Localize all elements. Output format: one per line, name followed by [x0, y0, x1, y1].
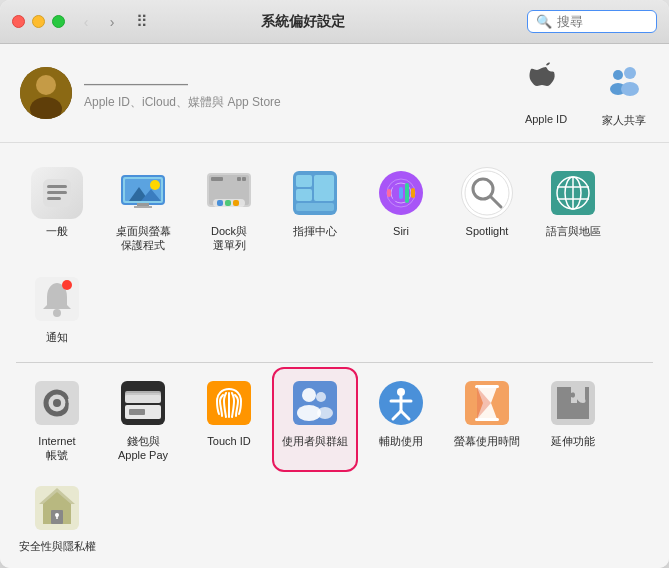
pref-item-screentime[interactable]: 螢幕使用時間 [446, 369, 528, 471]
svg-point-8 [621, 82, 639, 96]
svg-rect-39 [393, 185, 397, 201]
screentime-label: 螢幕使用時間 [454, 434, 520, 448]
svg-rect-25 [242, 177, 246, 181]
account-section: ———————— Apple ID、iCloud、媒體與 App Store A… [0, 44, 669, 143]
close-button[interactable] [12, 15, 25, 28]
family-sharing-icon [599, 58, 649, 108]
screentime-icon [461, 377, 513, 429]
svg-rect-63 [129, 409, 145, 415]
svg-point-53 [53, 309, 61, 317]
mission-label: 指揮中心 [293, 224, 337, 238]
search-box[interactable]: 🔍 [527, 10, 657, 33]
users-label: 使用者與群組 [282, 434, 348, 448]
svg-rect-29 [233, 200, 239, 206]
traffic-lights [12, 15, 65, 28]
internet-icon [31, 377, 83, 429]
svg-rect-19 [137, 203, 149, 206]
pref-grid-1: 一般 [16, 159, 653, 352]
family-sharing-label: 家人共享 [602, 113, 646, 128]
users-icon [289, 377, 341, 429]
pref-item-language[interactable]: 語言與地區 [532, 159, 614, 261]
svg-point-18 [150, 180, 160, 190]
svg-rect-28 [225, 200, 231, 206]
pref-item-desktop[interactable]: 桌面與螢幕保護程式 [102, 159, 184, 261]
desktop-label: 桌面與螢幕保護程式 [116, 224, 171, 253]
dock-icon [203, 167, 255, 219]
apple-id-label: Apple ID [525, 113, 567, 125]
pref-item-general[interactable]: 一般 [16, 159, 98, 261]
svg-rect-11 [47, 191, 67, 194]
general-icon [31, 167, 83, 219]
svg-point-5 [613, 70, 623, 80]
avatar-image [20, 67, 72, 119]
mission-icon [289, 167, 341, 219]
svg-rect-32 [296, 189, 312, 201]
pref-grid-2: Internet帳號 錢包與Appl [16, 369, 653, 562]
language-label: 語言與地區 [546, 224, 601, 238]
pref-item-accessibility[interactable]: 輔助使用 [360, 369, 442, 471]
pref-item-internet[interactable]: Internet帳號 [16, 369, 98, 471]
pref-item-siri[interactable]: Siri [360, 159, 442, 261]
family-sharing-button[interactable]: 家人共享 [599, 58, 649, 128]
accessibility-icon [375, 377, 427, 429]
avatar[interactable] [20, 67, 72, 119]
pref-item-wallet[interactable]: 錢包與Apple Pay [102, 369, 184, 471]
maximize-button[interactable] [52, 15, 65, 28]
language-icon [547, 167, 599, 219]
search-icon: 🔍 [536, 14, 552, 29]
touchid-icon [203, 377, 255, 429]
pref-item-extension[interactable]: 延伸功能 [532, 369, 614, 471]
svg-rect-10 [47, 185, 67, 188]
svg-point-69 [317, 407, 333, 419]
general-label: 一般 [46, 224, 68, 238]
wallet-icon [117, 377, 169, 429]
svg-rect-41 [405, 183, 409, 203]
svg-rect-61 [125, 395, 161, 403]
account-info: ———————— Apple ID、iCloud、媒體與 App Store [84, 76, 281, 111]
svg-point-68 [316, 392, 326, 402]
account-name: ———————— [84, 76, 281, 91]
pref-item-security[interactable]: 安全性與隱私權 [16, 474, 98, 561]
notification-label: 通知 [46, 330, 68, 344]
pref-section-1: 一般 [16, 159, 653, 352]
wallet-label: 錢包與Apple Pay [118, 434, 168, 463]
svg-rect-79 [475, 418, 499, 421]
security-label: 安全性與隱私權 [19, 539, 96, 553]
svg-rect-27 [217, 200, 223, 206]
siri-icon [375, 167, 427, 219]
system-preferences-window: ‹ › ⠿ 系統偏好設定 🔍 ———————— Apple ID、iCloud、… [0, 0, 669, 568]
svg-rect-38 [387, 189, 391, 197]
spotlight-label: Spotlight [466, 224, 509, 238]
svg-rect-78 [475, 385, 499, 388]
pref-item-users[interactable]: 使用者與群組 [274, 369, 356, 471]
pref-item-notification[interactable]: 通知 [16, 265, 98, 352]
notification-icon [31, 273, 83, 325]
extension-icon [547, 377, 599, 429]
pref-item-spotlight[interactable]: Spotlight [446, 159, 528, 261]
svg-rect-23 [211, 177, 223, 181]
svg-point-43 [465, 171, 509, 215]
svg-point-66 [302, 388, 316, 402]
svg-point-54 [62, 280, 72, 290]
minimize-button[interactable] [32, 15, 45, 28]
extension-label: 延伸功能 [551, 434, 595, 448]
accessibility-label: 輔助使用 [379, 434, 423, 448]
siri-label: Siri [393, 224, 409, 238]
titlebar: ‹ › ⠿ 系統偏好設定 🔍 [0, 0, 669, 44]
apple-id-icon [521, 58, 571, 108]
section-divider-1 [16, 362, 653, 363]
internet-label: Internet帳號 [38, 434, 75, 463]
svg-rect-42 [411, 188, 415, 198]
svg-point-7 [624, 67, 636, 79]
pref-item-mission[interactable]: 指揮中心 [274, 159, 356, 261]
apple-id-button[interactable]: Apple ID [521, 58, 571, 128]
svg-rect-12 [47, 197, 61, 200]
svg-rect-34 [296, 203, 334, 211]
svg-rect-4 [602, 61, 646, 105]
pref-item-dock[interactable]: Dock與選單列 [188, 159, 270, 261]
security-icon [31, 482, 83, 534]
account-icons: Apple ID 家人共享 [521, 58, 649, 128]
pref-item-touchid[interactable]: Touch ID [188, 369, 270, 471]
svg-point-57 [53, 399, 61, 407]
search-input[interactable] [557, 14, 648, 29]
